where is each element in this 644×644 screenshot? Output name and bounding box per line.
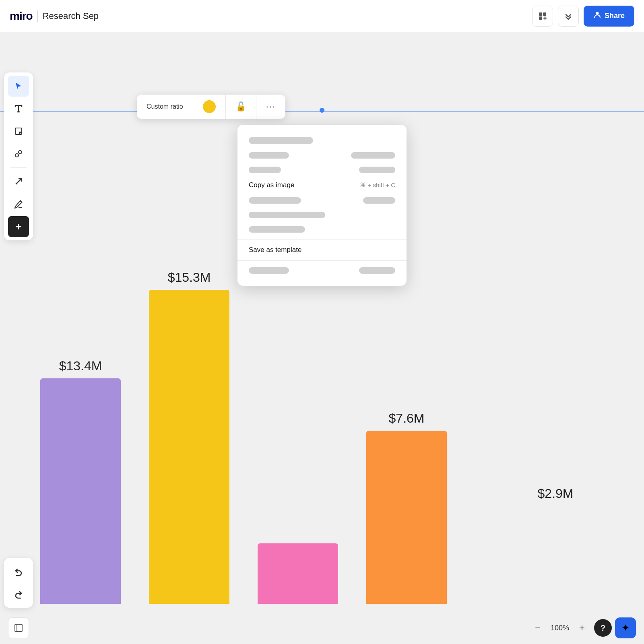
bar-2-value: $15.3M [168, 270, 211, 285]
bar-1-value: $13.4M [59, 359, 102, 374]
magic-button[interactable]: ✦ [615, 617, 636, 638]
zoom-level-display: 100% [550, 624, 570, 632]
help-icon: ? [601, 623, 605, 633]
skeleton-block [249, 197, 301, 204]
bar-2: $15.3M [149, 270, 229, 604]
lock-button[interactable]: 🔓 [226, 95, 256, 119]
shape-tool[interactable] [8, 143, 29, 164]
skeleton-block [249, 137, 313, 144]
zoom-out-button[interactable]: − [529, 619, 547, 637]
logo-divider [37, 10, 38, 22]
bar-1: $13.4M [40, 359, 121, 604]
svg-rect-10 [15, 624, 22, 632]
bar-4-value: $7.6M [389, 411, 425, 426]
undo-redo-panel [4, 558, 33, 608]
help-button[interactable]: ? [594, 619, 612, 637]
topbar-right: Share [532, 6, 634, 27]
skeleton-block [351, 152, 395, 159]
skeleton-block [359, 167, 395, 173]
menu-skeleton-row-5 [237, 208, 407, 222]
canvas[interactable]: Custom ratio 🔓 ··· [0, 32, 644, 644]
copy-as-image-item[interactable]: Copy as image ⌘ + shift + C [237, 177, 407, 193]
skeleton-block [249, 226, 305, 233]
floating-toolbar: Custom ratio 🔓 ··· [137, 95, 285, 119]
skeleton-block [249, 267, 289, 274]
zoom-controls: − 100% + ? ✦ [529, 617, 636, 638]
cursor-tool[interactable] [8, 76, 29, 97]
app-logo: miro [10, 10, 33, 23]
lock-icon: 🔓 [235, 101, 246, 113]
share-button[interactable]: Share [584, 6, 634, 27]
skeleton-block [249, 152, 289, 159]
panel-toggle-button[interactable] [8, 617, 29, 638]
zoom-minus-icon: − [535, 622, 541, 634]
menu-skeleton-row-2 [237, 148, 407, 163]
text-tool[interactable] [8, 98, 29, 119]
sticky-note-tool[interactable] [8, 121, 29, 142]
redo-tool[interactable] [8, 584, 29, 605]
logo-area: miro Research Sep [10, 10, 99, 23]
bar-2-rect [149, 290, 229, 604]
magic-icon: ✦ [621, 622, 630, 634]
svg-line-7 [16, 179, 21, 184]
pen-tool[interactable] [8, 194, 29, 215]
context-menu: Copy as image ⌘ + shift + C Save as temp… [237, 125, 407, 286]
skeleton-block [359, 267, 395, 274]
svg-rect-1 [543, 12, 546, 16]
menu-skeleton-row-6 [237, 222, 407, 237]
more-button[interactable]: ··· [256, 95, 285, 119]
menu-divider-2 [237, 260, 407, 261]
skeleton-block [249, 212, 325, 218]
bar-3: $2.9M [258, 543, 338, 604]
save-as-template-label: Save as template [249, 246, 301, 254]
bar-4: $7.6M [366, 411, 447, 604]
svg-rect-2 [539, 17, 542, 20]
bar-3-rect [258, 543, 338, 604]
add-tool[interactable] [8, 216, 29, 237]
menu-skeleton-row-4 [237, 193, 407, 208]
menu-skeleton-row-3 [237, 163, 407, 177]
more-icon: ··· [266, 101, 276, 113]
undo-tool[interactable] [8, 561, 29, 582]
copy-as-image-label: Copy as image [249, 181, 294, 189]
menu-skeleton-row-last [237, 263, 407, 278]
copy-as-image-shortcut: ⌘ + shift + C [360, 182, 395, 189]
topbar: miro Research Sep [0, 0, 644, 32]
zoom-plus-icon: + [579, 622, 585, 634]
color-circle [203, 100, 216, 113]
sidebar-divider [10, 167, 27, 168]
save-as-template-item[interactable]: Save as template [237, 242, 407, 258]
arrow-tool[interactable] [8, 171, 29, 192]
bar-3-value: $2.9M [515, 486, 596, 501]
board-title: Research Sep [43, 11, 99, 21]
svg-point-5 [596, 12, 599, 15]
svg-rect-0 [539, 12, 542, 16]
left-sidebar [4, 72, 33, 240]
skeleton-block [363, 197, 395, 204]
share-label: Share [605, 12, 625, 20]
svg-rect-6 [15, 128, 22, 134]
color-button[interactable] [193, 95, 226, 119]
zoom-in-button[interactable]: + [573, 619, 591, 637]
chevron-down-button[interactable] [558, 6, 579, 27]
apps-button[interactable] [532, 6, 553, 27]
menu-divider-1 [237, 239, 407, 239]
selection-dot [320, 108, 324, 113]
bottom-bar: − 100% + ? ✦ [0, 612, 644, 644]
custom-ratio-button[interactable]: Custom ratio [137, 95, 193, 119]
bar-1-rect [40, 378, 121, 604]
skeleton-block [249, 167, 281, 173]
share-icon [593, 11, 601, 21]
bar-4-rect [366, 431, 447, 604]
custom-ratio-label: Custom ratio [147, 103, 183, 111]
menu-skeleton-row-1 [237, 133, 407, 148]
